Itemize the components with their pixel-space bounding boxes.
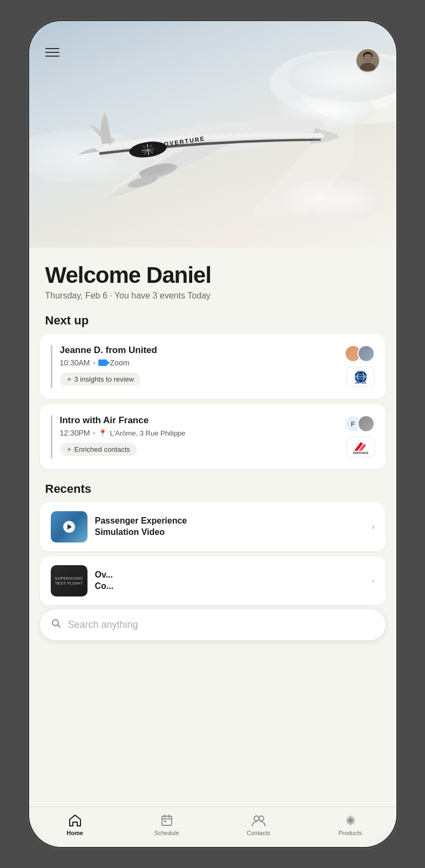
chevron-right-icon: › (372, 522, 374, 532)
svg-rect-37 (162, 816, 172, 825)
home-nav-label: Home (66, 830, 83, 836)
badge-text: 3 insights to review (75, 375, 134, 383)
card-right-united: UNITED (345, 345, 375, 387)
avatar-group-united (345, 345, 375, 362)
next-up-header: Next up (29, 301, 396, 334)
time-text: 10:30AM (60, 358, 90, 367)
insights-badge[interactable]: ✦ 3 insights to review (60, 372, 141, 386)
schedule-nav-label: Schedule (154, 830, 179, 836)
badge-text-2: Enriched contacts (75, 445, 130, 453)
svg-rect-41 (164, 820, 166, 822)
sparkle-icon: ✦ (66, 376, 72, 383)
products-icon (343, 813, 358, 828)
nav-home[interactable]: Home (29, 813, 121, 836)
card-right-airfrance: F AIRFRANCE (345, 415, 375, 457)
recent-title-video: Passenger ExperienceSimulation Video (95, 516, 365, 538)
meeting-time-united: 10:30AM Zoom (60, 358, 337, 367)
phone-frame: OVERTURE (29, 21, 396, 847)
hero-section: OVERTURE (29, 21, 396, 248)
nav-contacts[interactable]: Contacts (213, 813, 305, 836)
video-thumbnail (51, 511, 87, 542)
united-logo: UNITED (347, 367, 375, 387)
welcome-subtitle: Thursday, Feb 6 · You have 3 events Toda… (45, 291, 380, 301)
recent-info-video: Passenger ExperienceSimulation Video (95, 516, 365, 538)
main-content: Welcome Daniel Thursday, Feb 6 · You hav… (29, 248, 396, 806)
chevron-right-icon-2: › (372, 576, 374, 586)
time-dot (93, 362, 95, 364)
welcome-section: Welcome Daniel Thursday, Feb 6 · You hav… (29, 248, 396, 301)
doc-thumbnail-bg: SUPERSONICTEST FLIGHT (51, 565, 87, 596)
meeting-time-airfrance: 12:30PM 📍 L'Arôme, 3 Rue Philippe (60, 429, 337, 437)
home-icon (68, 813, 83, 828)
airfrance-logo: AIRFRANCE (347, 437, 375, 457)
enriched-badge[interactable]: ✦ Enriched contacts (60, 443, 137, 456)
contacts-nav-label: Contacts (247, 830, 270, 836)
search-bar[interactable]: Search anything (40, 609, 386, 640)
recent-title-doc: Ov...Co... (95, 569, 365, 592)
meeting-card-united[interactable]: Jeanne D. from United 10:30AM Zoom ✦ 3 i… (40, 334, 386, 399)
location-text: L'Arôme, 3 Rue Philippe (110, 429, 186, 437)
meeting-type-text: Zoom (110, 358, 130, 367)
phone-screen: OVERTURE (29, 21, 396, 847)
attendee-avatar-2 (357, 345, 375, 362)
sparkle-icon-2: ✦ (66, 446, 72, 453)
doc-thumbnail: SUPERSONICTEST FLIGHT (51, 565, 87, 596)
svg-text:AIRFRANCE: AIRFRANCE (353, 452, 368, 455)
avatar-group-af: F (345, 415, 375, 432)
meeting-card-airfrance[interactable]: Intro with Air France 12:30PM 📍 L'Arôme,… (40, 404, 386, 469)
menu-button[interactable] (45, 48, 59, 57)
card-content-airfrance: Intro with Air France 12:30PM 📍 L'Arôme,… (60, 415, 337, 456)
attendee-avatar-3 (357, 415, 375, 432)
user-avatar-button[interactable] (355, 48, 380, 73)
time-dot-2 (93, 432, 95, 434)
play-icon (63, 521, 75, 533)
meeting-title-united: Jeanne D. from United (60, 345, 337, 356)
svg-text:UNITED: UNITED (355, 381, 367, 384)
time-text-af: 12:30PM (60, 429, 90, 437)
recent-item-doc[interactable]: SUPERSONICTEST FLIGHT Ov...Co... › (40, 557, 386, 605)
meeting-title-airfrance: Intro with Air France (60, 415, 337, 426)
top-nav (29, 21, 396, 73)
search-icon (51, 618, 62, 632)
airplane-image: OVERTURE (51, 64, 353, 215)
search-placeholder[interactable]: Search anything (68, 619, 138, 630)
location-pin-icon: 📍 (98, 429, 107, 437)
svg-point-25 (360, 63, 375, 71)
welcome-title: Welcome Daniel (45, 263, 380, 288)
products-nav-label: Products (339, 830, 362, 836)
nav-products[interactable]: Products (305, 813, 396, 836)
nav-schedule[interactable]: Schedule (121, 813, 213, 836)
recent-info-doc: Ov...Co... (95, 569, 365, 592)
recents-header: Recents (29, 469, 396, 503)
bottom-navigation: Home Schedule (29, 806, 396, 847)
schedule-icon (159, 813, 174, 828)
meetings-list: Jeanne D. from United 10:30AM Zoom ✦ 3 i… (29, 334, 396, 469)
zoom-icon (98, 360, 107, 366)
svg-point-43 (259, 816, 264, 821)
svg-point-42 (254, 816, 259, 821)
svg-line-36 (57, 625, 60, 628)
video-thumbnail-bg (51, 511, 87, 542)
card-content-united: Jeanne D. from United 10:30AM Zoom ✦ 3 i… (60, 345, 337, 386)
recent-item-video[interactable]: Passenger ExperienceSimulation Video › (40, 503, 386, 551)
recents-list: Passenger ExperienceSimulation Video › S… (29, 503, 396, 605)
card-border (51, 345, 52, 388)
contacts-icon (251, 813, 266, 828)
card-border-2 (51, 415, 52, 458)
